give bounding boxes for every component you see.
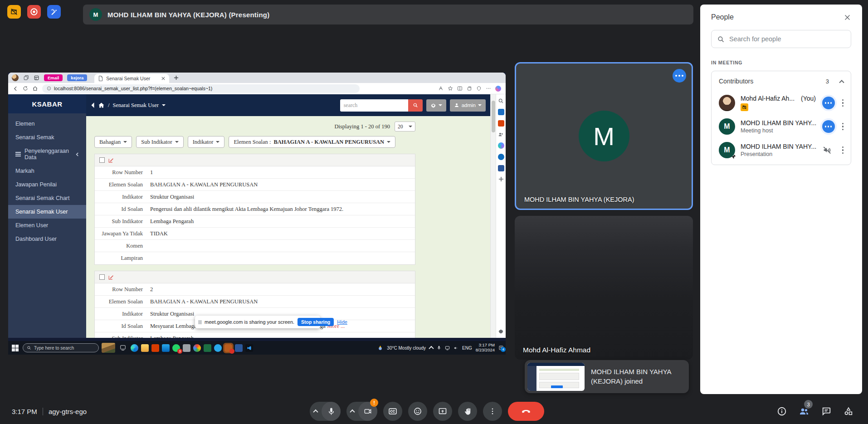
close-panel-icon[interactable] xyxy=(844,14,851,21)
video-tile-participant[interactable]: Mohd Al-Hafiz Ahmad xyxy=(515,216,693,360)
more-menu-icon[interactable] xyxy=(486,86,491,91)
sidebar-settings-gear-icon[interactable] xyxy=(498,328,504,334)
annotate-tool[interactable] xyxy=(47,5,61,19)
filter-bahagian[interactable]: Bahagian xyxy=(94,136,132,148)
store-icon[interactable] xyxy=(151,344,159,352)
contributors-header[interactable]: Contributors 3 xyxy=(712,71,851,91)
stop-sharing-button[interactable]: Stop sharing xyxy=(297,318,334,326)
tray-expand-icon[interactable] xyxy=(429,346,434,351)
sidebar-item-elemen-user[interactable]: Elemen User xyxy=(8,219,86,232)
sidebar-item-penyelenggaraan-data[interactable]: Penyelenggaraan Data xyxy=(8,144,86,164)
present-button[interactable] xyxy=(433,402,452,421)
sidebar-people-icon[interactable] xyxy=(498,132,504,137)
page-scrollbar[interactable] xyxy=(490,94,496,338)
file-explorer-icon[interactable] xyxy=(141,344,149,352)
filter-elemen-soalan[interactable]: Elemen Soalan : BAHAGIAN A - KAWALAN PEN… xyxy=(229,136,395,148)
participant-more-button[interactable] xyxy=(822,120,835,133)
sidebar-item-senarai-semak[interactable]: Senarai Semak xyxy=(8,131,86,144)
tray-display-icon[interactable] xyxy=(445,346,450,351)
active-tab[interactable]: Senarai Semak User xyxy=(94,74,169,83)
participant-menu-icon[interactable] xyxy=(840,97,846,109)
sidebar-toggle-icon[interactable] xyxy=(91,102,95,108)
telegram-icon[interactable] xyxy=(214,344,222,352)
back-icon[interactable] xyxy=(13,86,19,92)
row-checkbox[interactable] xyxy=(99,157,105,163)
meeting-details-button[interactable] xyxy=(776,405,788,417)
collapse-icon[interactable] xyxy=(839,80,844,85)
hide-banner-link[interactable]: Hide xyxy=(337,319,347,325)
app-search-input[interactable]: search xyxy=(340,99,408,112)
home-icon[interactable] xyxy=(32,86,38,92)
tray-speaker-icon[interactable] xyxy=(454,346,458,351)
favorites-star-icon[interactable] xyxy=(448,86,453,91)
sidebar-briefcase-icon[interactable] xyxy=(498,120,504,127)
mic-options-chevron[interactable] xyxy=(310,409,322,413)
participant-row-host[interactable]: M MOHD ILHAM BIN YAHY... Meeting host xyxy=(712,115,851,138)
sidebar-bookmark-icon[interactable] xyxy=(498,109,504,115)
weather-alert-icon[interactable] xyxy=(377,345,383,351)
chat-button[interactable] xyxy=(820,405,832,417)
tile-more-options-button[interactable] xyxy=(673,69,686,83)
mail-icon[interactable] xyxy=(162,344,170,352)
sidebar-office-icon[interactable] xyxy=(498,165,504,171)
split-screen-icon[interactable] xyxy=(457,86,463,91)
sidebar-item-dashboard-user[interactable]: Dashboard User xyxy=(8,232,86,246)
collections-icon[interactable] xyxy=(467,86,472,91)
sidebar-item-elemen[interactable]: Elemen xyxy=(8,117,86,131)
new-tab-icon[interactable] xyxy=(174,75,179,80)
tray-mic-icon[interactable] xyxy=(437,346,441,350)
tab-actions-icon[interactable] xyxy=(34,75,39,81)
filter-indikator[interactable]: Indikator xyxy=(188,136,225,148)
edge-taskbar-icon[interactable] xyxy=(131,344,138,352)
excel-icon[interactable] xyxy=(204,344,211,352)
sidebar-item-senarai-semak-chart[interactable]: Senarai Semak Chart xyxy=(8,191,86,205)
widgets-weather-thumbnail[interactable] xyxy=(102,343,115,353)
sidebar-add-icon[interactable] xyxy=(498,176,504,182)
raise-hand-button[interactable] xyxy=(458,402,477,421)
active-app-icon[interactable] xyxy=(224,344,232,352)
participant-menu-icon[interactable] xyxy=(840,145,846,156)
participant-row-presentation[interactable]: M MOHD ILHAM BIN YAHY... Presentation xyxy=(712,138,851,162)
notification-center-icon[interactable]: 4 xyxy=(498,345,504,351)
address-bar[interactable]: localhost:8086/senarai_semak_user_list.p… xyxy=(42,84,360,93)
participant-menu-icon[interactable] xyxy=(840,121,846,132)
tab-close-icon[interactable] xyxy=(161,77,165,80)
chrome-icon[interactable] xyxy=(193,344,201,352)
taskbar-clock[interactable]: 3:17 PM8/23/2024 xyxy=(476,343,495,353)
video-tile-presenter[interactable]: M MOHD ILHAM BIN YAHYA (KEJORA) xyxy=(515,62,693,210)
browser-essentials-icon[interactable] xyxy=(476,86,482,91)
copilot-icon[interactable] xyxy=(495,86,501,92)
sidebar-search-icon[interactable] xyxy=(498,98,504,104)
tab-group-kejora[interactable]: kejora xyxy=(67,74,87,81)
browser-profile-avatar[interactable] xyxy=(12,74,19,81)
settings-menu-button[interactable] xyxy=(426,99,446,112)
workspaces-icon[interactable] xyxy=(23,75,29,81)
participant-more-button[interactable] xyxy=(822,97,835,109)
sidebar-item-markah[interactable]: Markah xyxy=(8,164,86,178)
app-search-button[interactable] xyxy=(408,99,423,112)
row-checkbox[interactable] xyxy=(99,274,105,280)
site-info-icon[interactable] xyxy=(47,86,51,91)
more-options-button[interactable] xyxy=(483,402,502,421)
sidebar-outlook-icon[interactable] xyxy=(498,154,504,160)
participant-row-self[interactable]: Mohd Al-Hafiz Ah... (You) xyxy=(712,91,851,115)
weather-temp[interactable]: 30°C Mostly cloudy xyxy=(387,346,426,351)
refresh-icon[interactable] xyxy=(23,86,28,91)
sidebar-item-senarai-semak-user[interactable]: Senarai Semak User xyxy=(8,205,86,219)
edit-record-icon[interactable] xyxy=(108,157,114,163)
sidebar-item-jawapan-penilai[interactable]: Jawapan Penilai xyxy=(8,178,86,191)
activities-button[interactable] xyxy=(843,405,854,417)
tab-group-email[interactable]: Email xyxy=(44,74,63,81)
start-button[interactable] xyxy=(10,343,20,353)
page-size-select[interactable]: 20 xyxy=(395,122,415,132)
documents-icon[interactable] xyxy=(183,344,190,352)
filter-sub-indikator[interactable]: Sub Indikator xyxy=(136,136,183,148)
people-search-input[interactable]: Search for people xyxy=(711,30,851,48)
task-view-icon[interactable] xyxy=(118,343,128,353)
sidebar-copilot-icon[interactable] xyxy=(498,142,504,149)
screen-capture-off-tool[interactable] xyxy=(7,5,21,19)
home-breadcrumb-icon[interactable] xyxy=(98,102,104,108)
user-menu-button[interactable]: admin xyxy=(450,99,486,112)
read-aloud-icon[interactable] xyxy=(438,86,444,91)
camera-options-chevron[interactable] xyxy=(346,409,358,413)
